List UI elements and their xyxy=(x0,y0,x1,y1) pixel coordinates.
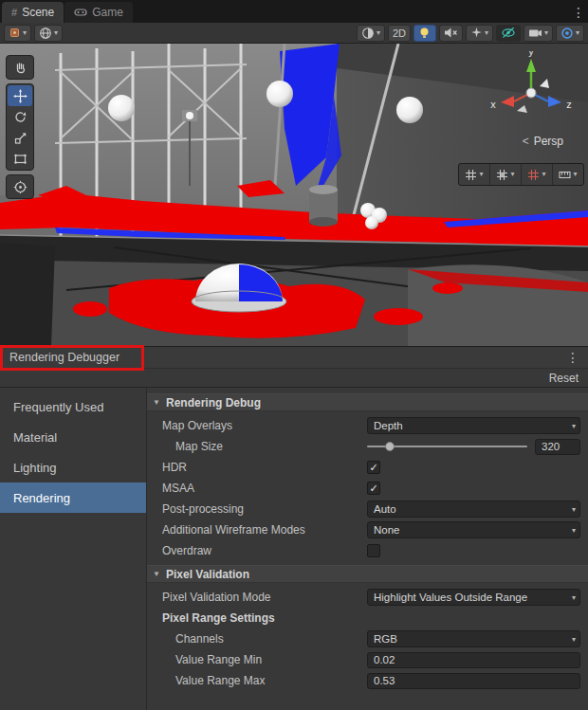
chevron-down-icon: ▾ xyxy=(573,171,577,178)
scale-icon xyxy=(13,131,28,145)
property-label: Additional Wireframe Modes xyxy=(147,523,367,537)
grid-visibility-button[interactable]: ▾ xyxy=(459,164,489,185)
chevron-down-icon: ▾ xyxy=(485,29,488,37)
shading-mode-dropdown[interactable]: ▾ xyxy=(357,25,385,42)
grid-icon xyxy=(465,169,477,181)
panel-title: Rendering Debugger xyxy=(6,351,119,364)
sidebar-item-lighting[interactable]: Lighting xyxy=(0,452,146,482)
axis-x-label: x xyxy=(490,99,496,110)
sidebar-item-frequently-used[interactable]: Frequently Used xyxy=(0,391,146,422)
move-arrows-icon xyxy=(13,89,28,103)
channels-dropdown[interactable]: RGB▾ xyxy=(367,630,580,647)
pixel-validation-mode-dropdown[interactable]: Highlight Values Outside Range▾ xyxy=(367,589,580,606)
active-tool-dropdown[interactable]: ▾ xyxy=(4,25,31,42)
grid-snap-toolbar: ▾ ▾ ▾ ▾ xyxy=(458,163,584,186)
paint-tool-icon xyxy=(9,27,21,39)
axis-center[interactable] xyxy=(526,88,536,98)
property-label: Map Size xyxy=(147,440,367,453)
2d-toggle-button[interactable]: 2D xyxy=(388,25,411,42)
property-row-msaa: MSAA✓ xyxy=(147,478,588,499)
property-label: HDR xyxy=(147,461,367,474)
snap-grid-button[interactable]: ▾ xyxy=(522,164,552,185)
gizmos-dropdown[interactable]: ▾ xyxy=(556,25,584,42)
transform-icon xyxy=(13,180,28,194)
axis-x-cone[interactable] xyxy=(501,96,514,107)
property-row-overdraw: Overdraw✓ xyxy=(147,540,588,561)
slider-thumb[interactable] xyxy=(385,442,395,451)
scene-viewport[interactable]: x y z < Persp ▾ ▾ xyxy=(0,44,588,346)
debugger-menu-button[interactable]: ⋮ xyxy=(563,347,582,368)
view-tabbar: # Scene Game ⋮ xyxy=(0,0,588,23)
msaa-checkbox[interactable]: ✓ xyxy=(367,482,380,495)
property-label: Map Overlays xyxy=(147,419,367,432)
hdr-checkbox[interactable]: ✓ xyxy=(367,461,380,474)
property-row-channels: ChannelsRGB▾ xyxy=(147,628,588,649)
sidebar-item-material[interactable]: Material xyxy=(0,422,146,452)
map-overlays-dropdown[interactable]: Depth▾ xyxy=(367,417,580,434)
snap-move-button[interactable]: ▾ xyxy=(490,164,521,185)
chevron-down-icon: ▾ xyxy=(54,29,58,37)
scale-tool-button[interactable] xyxy=(8,127,32,148)
foldout-icon: ▼ xyxy=(151,398,162,407)
shaded-sphere-icon xyxy=(361,27,375,40)
value-range-min-field[interactable]: 0.02 xyxy=(367,652,580,668)
chevron-down-icon: ▾ xyxy=(23,29,27,37)
chevron-down-icon: ▾ xyxy=(576,29,579,37)
scene-axis-gizmo[interactable]: x y z xyxy=(484,51,575,131)
hand-icon xyxy=(13,61,28,75)
additional-wireframe-modes-dropdown[interactable]: None▾ xyxy=(367,521,580,538)
map-size-slider[interactable] xyxy=(367,440,527,453)
effects-dropdown[interactable]: ▾ xyxy=(466,25,493,42)
eye-slash-icon xyxy=(501,27,516,39)
view-tool-button[interactable] xyxy=(8,57,32,78)
tab-game[interactable]: Game xyxy=(64,2,133,23)
game-tab-icon xyxy=(74,8,87,17)
tab-scene[interactable]: # Scene xyxy=(2,2,64,23)
axis-neg-cone[interactable] xyxy=(517,105,527,113)
snap-increment-button[interactable]: ▾ xyxy=(553,164,583,185)
reset-button[interactable]: Reset xyxy=(545,372,582,385)
axis-z-cone[interactable] xyxy=(548,96,561,107)
tabbar-menu-button[interactable]: ⋮ xyxy=(569,2,588,23)
camera-settings-dropdown[interactable]: ▾ xyxy=(524,25,553,42)
move-tool-button[interactable] xyxy=(8,85,32,106)
axis-neg-cone[interactable] xyxy=(540,79,549,88)
rect-tool-button[interactable] xyxy=(8,148,32,169)
map-size-field[interactable]: 320 xyxy=(535,439,580,455)
grid-red-icon xyxy=(527,169,540,181)
property-label: Channels xyxy=(147,632,367,646)
axis-y-cone[interactable] xyxy=(526,59,536,72)
chevron-down-icon: ▾ xyxy=(572,593,576,602)
chevron-down-icon: ▾ xyxy=(544,29,548,37)
audio-toggle[interactable] xyxy=(439,25,463,42)
property-row-pixel-validation-mode: Pixel Validation ModeHighlight Values Ou… xyxy=(147,587,588,608)
handle-orientation-dropdown[interactable]: ▾ xyxy=(34,25,63,42)
rotate-tool-button[interactable] xyxy=(8,106,32,127)
sidebar-item-rendering[interactable]: Rendering xyxy=(0,482,146,513)
property-row-map-overlays: Map OverlaysDepth▾ xyxy=(147,415,588,436)
property-row-value-range-max: Value Range Max0.53 xyxy=(147,670,588,691)
chevron-down-icon: ▾ xyxy=(542,171,545,178)
section-header-rendering-debug[interactable]: ▼Rendering Debug xyxy=(147,393,588,411)
property-label: Post-processing xyxy=(147,502,367,516)
transform-tool-button[interactable] xyxy=(8,176,32,197)
rendering-debugger-header: Rendering Debugger ⋮ xyxy=(0,346,588,369)
scene-visibility-toggle[interactable] xyxy=(496,25,521,42)
value-range-max-field[interactable]: 0.53 xyxy=(367,673,580,689)
property-row-post-processing: Post-processingAuto▾ xyxy=(147,499,588,519)
overdraw-checkbox[interactable]: ✓ xyxy=(367,544,380,557)
section-header-pixel-validation[interactable]: ▼Pixel Validation xyxy=(147,565,588,583)
ruler-icon xyxy=(559,169,571,181)
scene-view-toolbar: ▾ ▾ ▾ 2D xyxy=(0,23,588,44)
rect-icon xyxy=(13,152,28,166)
post-processing-dropdown[interactable]: Auto▾ xyxy=(367,501,580,518)
debugger-properties: ▼Rendering DebugMap OverlaysDepth▾Map Si… xyxy=(147,388,588,710)
chevron-down-icon: ▾ xyxy=(479,171,483,178)
property-row-hdr: HDR✓ xyxy=(147,457,588,478)
scene-tools-overlay xyxy=(6,55,34,199)
chevron-down-icon: ▾ xyxy=(572,505,576,514)
scene-lighting-toggle[interactable] xyxy=(413,25,436,42)
chevron-down-icon: ▾ xyxy=(510,171,514,178)
projection-mode-label[interactable]: < Persp xyxy=(523,135,563,148)
chevron-down-icon: ▾ xyxy=(572,635,576,644)
